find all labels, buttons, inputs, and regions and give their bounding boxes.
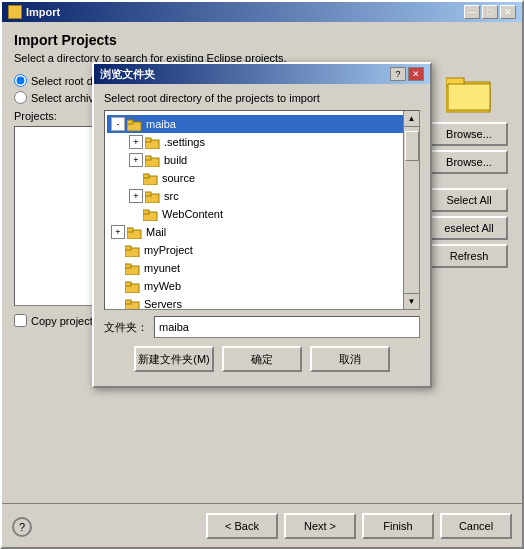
folder-icon-myweb — [125, 280, 141, 293]
svg-rect-8 — [145, 156, 151, 160]
dialog-description: Select root directory of the projects to… — [104, 92, 420, 104]
window-icon — [8, 5, 22, 19]
right-panel: Browse... Browse... Select All eselect A… — [430, 74, 510, 327]
window-title: Import — [26, 6, 60, 18]
dialog-body: Select root directory of the projects to… — [94, 84, 430, 386]
tree-label-myunet: myunet — [144, 262, 180, 274]
tree-label-myproject: myProject — [144, 244, 193, 256]
folder-large-icon — [446, 74, 494, 114]
scroll-up-button[interactable]: ▲ — [404, 111, 419, 127]
tree-item-myproject[interactable]: myProject — [107, 241, 417, 259]
deselect-all-button[interactable]: eselect All — [430, 216, 508, 240]
tree-item-build[interactable]: + build — [107, 151, 417, 169]
dialog-buttons: 新建文件夹(M) 确定 取消 — [104, 346, 420, 378]
folder-icon-myproject — [125, 244, 141, 257]
dialog-help-button[interactable]: ? — [390, 67, 406, 81]
close-button[interactable]: ✕ — [500, 5, 516, 19]
title-controls: — □ ✕ — [464, 5, 516, 19]
dialog-title: 浏览文件夹 — [100, 67, 155, 82]
svg-rect-14 — [143, 210, 149, 214]
folder-icon-maiba — [127, 118, 143, 131]
svg-rect-16 — [127, 228, 133, 232]
tree-item-src[interactable]: + src — [107, 187, 417, 205]
radio-root-label: Select root d — [31, 75, 93, 87]
select-all-button[interactable]: Select All — [430, 188, 508, 212]
scroll-down-button[interactable]: ▼ — [404, 293, 419, 309]
folder-label: 文件夹： — [104, 320, 148, 335]
folder-input[interactable] — [154, 316, 420, 338]
help-area: ? — [12, 517, 32, 537]
copy-projects-checkbox[interactable] — [14, 314, 27, 327]
tree-item-webcontent[interactable]: WebContent — [107, 205, 417, 223]
help-button[interactable]: ? — [12, 517, 32, 537]
svg-rect-12 — [145, 192, 151, 196]
scroll-thumb[interactable] — [405, 131, 419, 161]
finish-button[interactable]: Finish — [362, 513, 434, 539]
svg-rect-2 — [448, 84, 490, 110]
ok-button[interactable]: 确定 — [222, 346, 302, 372]
tree-label-src: src — [164, 190, 179, 202]
expand-build[interactable]: + — [129, 153, 143, 167]
folder-icon-servers — [125, 298, 141, 310]
folder-icon-webcontent — [143, 208, 159, 221]
tree-scrollbar[interactable]: ▲ ▼ — [403, 111, 419, 309]
dialog-close-button[interactable]: ✕ — [408, 67, 424, 81]
folder-tree: - maiba + — [104, 110, 420, 310]
tree-item-maiba[interactable]: - maiba — [107, 115, 417, 133]
svg-rect-22 — [125, 282, 131, 286]
folder-icon-myunet — [125, 262, 141, 275]
dialog-cancel-button[interactable]: 取消 — [310, 346, 390, 372]
back-button[interactable]: < Back — [206, 513, 278, 539]
copy-projects-label: Copy project — [31, 315, 93, 327]
tree-label-build: build — [164, 154, 187, 166]
svg-rect-20 — [125, 264, 131, 268]
tree-label-webcontent: WebContent — [162, 208, 223, 220]
expand-src[interactable]: + — [129, 189, 143, 203]
folder-input-row: 文件夹： — [104, 316, 420, 338]
folder-icon-source — [143, 172, 159, 185]
main-window: Import — □ ✕ Import Projects Select a di… — [0, 0, 524, 549]
browse-root-button[interactable]: Browse... — [430, 122, 508, 146]
folder-icon-build — [145, 154, 161, 167]
cancel-button[interactable]: Cancel — [440, 513, 512, 539]
title-bar: Import — □ ✕ — [2, 2, 522, 22]
tree-label-mail: Mail — [146, 226, 166, 238]
tree-label-servers: Servers — [144, 298, 182, 309]
tree-item-mail[interactable]: + Mail — [107, 223, 417, 241]
svg-rect-18 — [125, 246, 131, 250]
bottom-bar: ? < Back Next > Finish Cancel — [2, 503, 522, 547]
radio-root-dir[interactable] — [14, 74, 27, 87]
folder-icon-mail — [127, 226, 143, 239]
expand-maiba[interactable]: - — [111, 117, 125, 131]
dialog-title-buttons: ? ✕ — [390, 67, 424, 81]
minimize-button[interactable]: — — [464, 5, 480, 19]
svg-rect-24 — [125, 300, 131, 304]
radio-archive-label: Select archiv — [31, 92, 94, 104]
browse-archive-button[interactable]: Browse... — [430, 150, 508, 174]
dialog-title-bar: 浏览文件夹 ? ✕ — [94, 64, 430, 84]
next-button[interactable]: Next > — [284, 513, 356, 539]
page-title: Import Projects — [14, 32, 510, 48]
tree-item-myweb[interactable]: myWeb — [107, 277, 417, 295]
tree-item-settings[interactable]: + .settings — [107, 133, 417, 151]
expand-settings[interactable]: + — [129, 135, 143, 149]
new-folder-button[interactable]: 新建文件夹(M) — [134, 346, 214, 372]
tree-scroll-area[interactable]: - maiba + — [105, 111, 419, 309]
scroll-track — [404, 127, 419, 293]
title-bar-title: Import — [8, 5, 60, 19]
folder-icon-settings — [145, 136, 161, 149]
svg-rect-4 — [127, 120, 133, 124]
radio-archive[interactable] — [14, 91, 27, 104]
refresh-button[interactable]: Refresh — [430, 244, 508, 268]
tree-item-servers[interactable]: Servers — [107, 295, 417, 309]
tree-label-settings: .settings — [164, 136, 205, 148]
maximize-button[interactable]: □ — [482, 5, 498, 19]
tree-label-myweb: myWeb — [144, 280, 181, 292]
svg-rect-6 — [145, 138, 151, 142]
svg-rect-10 — [143, 174, 149, 178]
tree-label-maiba: maiba — [146, 118, 176, 130]
expand-mail[interactable]: + — [111, 225, 125, 239]
tree-item-source[interactable]: source — [107, 169, 417, 187]
folder-icon-src — [145, 190, 161, 203]
tree-item-myunet[interactable]: myunet — [107, 259, 417, 277]
